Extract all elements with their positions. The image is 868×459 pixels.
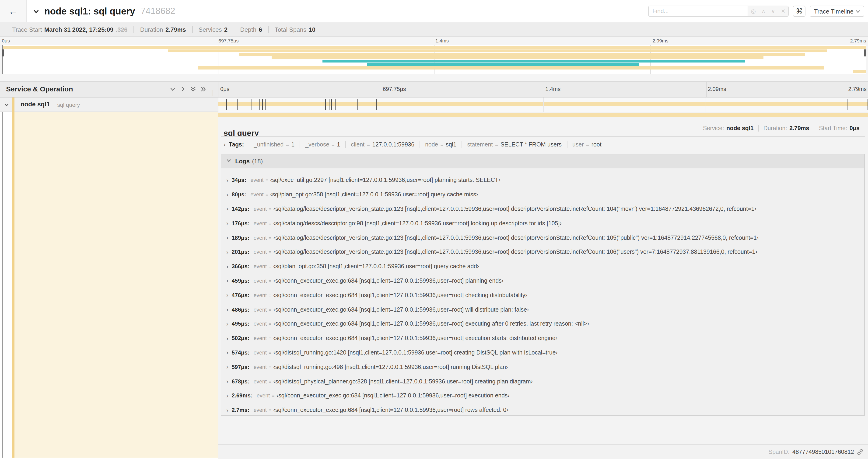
span-detail-meta: Service:node sql1Duration:2.79msStart Ti… [699,125,864,132]
collapse-all-icon[interactable] [190,86,196,92]
log-row[interactable]: ›2.7ms:event=‹sql/conn_executor_exec.go:… [221,403,864,416]
timeline-ruler: 0μs697.75μs1.4ms2.09ms2.79ms [218,81,868,97]
log-row[interactable]: ›366μs:event=‹sql/plan_opt.go:358 [nsql1… [221,259,864,274]
chevron-right-icon[interactable]: › [226,177,228,184]
tag-key: _verbose [305,141,329,147]
log-row[interactable]: ›176μs:event=‹sql/catalog/descs/descript… [221,216,864,231]
tag-item: node=sql1 [420,141,462,147]
chevron-right-icon[interactable]: › [226,364,228,371]
chevron-right-icon[interactable]: › [226,234,228,241]
locate-icon[interactable]: ◎ [751,8,756,14]
tag-item: user=root [567,141,607,147]
log-timestamp: 678μs: [232,378,249,385]
log-row[interactable]: ›495μs:event=‹sql/conn_executor_exec.go:… [221,317,864,331]
selected-span-left-fill [14,112,218,458]
summary-value-suffix: .326 [116,26,128,33]
summary-value: 6 [259,26,262,33]
log-row[interactable]: ›2.69ms:event=‹sql/conn_executor_exec.go… [221,389,864,403]
log-row[interactable]: ›459μs:event=‹sql/conn_executor_exec.go:… [221,273,864,288]
log-field-value: ‹sql/distsql_running.go:1420 [nsql1,clie… [273,349,558,356]
ruler-gridline [381,81,381,97]
logs-title: Logs [235,158,250,165]
back-button[interactable]: ← [0,0,27,22]
top-nav-bar: ← node sql1: sql query 7418682 ◎ ∧ ∨ ✕ ⌘ [0,0,868,23]
log-timestamp: 495μs: [232,321,249,327]
tags-row[interactable]: › Tags: _unfinished=1_verbose=1client=12… [223,141,607,148]
expand-all-icon[interactable] [200,86,207,92]
span-name-cell[interactable]: node sql1 sql query [0,97,218,112]
chevron-right-icon[interactable]: › [226,378,228,385]
service-color-strip [12,97,14,112]
chevron-down-icon[interactable] [4,101,9,110]
arrow-left-icon: ← [8,6,18,17]
find-input[interactable] [649,6,748,16]
logs-count: (18) [252,158,263,165]
log-row[interactable]: ›476μs:event=‹sql/conn_executor_exec.go:… [221,288,864,302]
equals-sign: = [440,141,443,147]
chevron-right-icon[interactable]: › [226,263,228,270]
equals-sign: = [266,177,268,183]
log-field-key: event [254,407,267,413]
equals-sign: = [269,278,271,284]
chevron-right-icon[interactable]: › [226,277,228,284]
log-timestamp: 201μs: [232,249,249,255]
equals-sign: = [269,379,271,384]
chevron-right-icon[interactable]: › [226,220,228,227]
minimap-left-grip[interactable] [2,50,4,57]
find-next-icon[interactable]: ∨ [771,8,775,14]
chevron-right-icon[interactable]: › [226,392,228,399]
summary-value: March 31 2022, 17:25:09 [44,26,114,33]
log-row[interactable]: ›189μs:event=‹sql/catalog/lease/descript… [221,230,864,245]
log-row[interactable]: ›142μs:event=‹sql/catalog/lease/descript… [221,202,864,216]
chevron-right-icon[interactable]: › [226,349,228,356]
page-title: node sql1: sql query [44,6,135,17]
chevron-right-icon[interactable]: › [226,292,228,299]
log-field-value: ‹sql/catalog/descs/descriptor.go:98 [nsq… [273,220,561,227]
selected-span-bar[interactable] [218,113,868,117]
equals-sign: = [269,206,271,212]
chevron-right-icon[interactable]: › [226,335,228,342]
chevron-right-icon[interactable]: › [226,306,228,313]
trace-summary-item: Duration2.79ms [134,26,192,33]
detail-meta-label: Start Time: [819,125,847,132]
tag-key: user [572,141,584,147]
trace-view-selector[interactable]: Trace Timeline [810,6,864,17]
minimap-tick-label: 1.4ms [435,38,449,43]
tag-value: 1 [337,141,340,147]
chevron-right-icon[interactable]: › [223,141,226,148]
chevron-right-icon[interactable]: › [226,249,228,256]
span-bar-cell[interactable] [218,97,868,112]
tags-label: Tags: [229,141,244,147]
link-icon[interactable] [857,449,863,455]
expand-one-icon[interactable] [180,86,186,92]
collapse-one-icon[interactable] [169,86,176,92]
tag-value: 1 [291,141,294,147]
log-timestamp: 597μs: [232,364,249,370]
minimap-canvas[interactable] [2,45,866,74]
chevron-down-icon [226,158,231,165]
ruler-tick-label: 1.4ms [545,86,560,92]
chevron-right-icon[interactable]: › [226,406,228,414]
ruler-tick-label: 2.79ms [848,86,867,92]
log-row[interactable]: ›80μs:event=‹sql/plan_opt.go:358 [nsql1,… [221,188,864,202]
log-row[interactable]: ›502μs:event=‹sql/conn_executor_exec.go:… [221,331,864,346]
column-resize-grip[interactable]: ║ [211,90,215,96]
minimap-right-grip[interactable] [864,50,866,57]
keyboard-shortcuts-button[interactable]: ⌘ [793,6,805,17]
chevron-right-icon[interactable]: › [226,205,228,212]
clear-find-icon[interactable]: ✕ [781,8,785,14]
log-row[interactable]: ›486μs:event=‹sql/conn_executor_exec.go:… [221,302,864,317]
logs-header[interactable]: Logs (18) [221,154,864,168]
log-row[interactable]: ›34μs:event=‹sql/exec_util.go:2297 [nsql… [221,173,864,188]
log-row[interactable]: ›678μs:event=‹sql/distsql_physical_plann… [221,374,864,389]
log-row[interactable]: ›597μs:event=‹sql/distsql_running.go:498… [221,360,864,374]
chevron-right-icon[interactable]: › [226,191,228,198]
log-row[interactable]: ›574μs:event=‹sql/distsql_running.go:142… [221,346,864,360]
tag-item: _verbose=1 [300,141,345,147]
find-prev-icon[interactable]: ∧ [762,8,766,14]
find-tools: ◎ ∧ ∨ ✕ [748,6,788,16]
log-row[interactable]: ›201μs:event=‹sql/catalog/lease/descript… [221,245,864,259]
chevron-right-icon[interactable]: › [226,321,228,327]
chevron-down-icon[interactable] [33,8,40,15]
log-field-key: event [257,393,270,399]
